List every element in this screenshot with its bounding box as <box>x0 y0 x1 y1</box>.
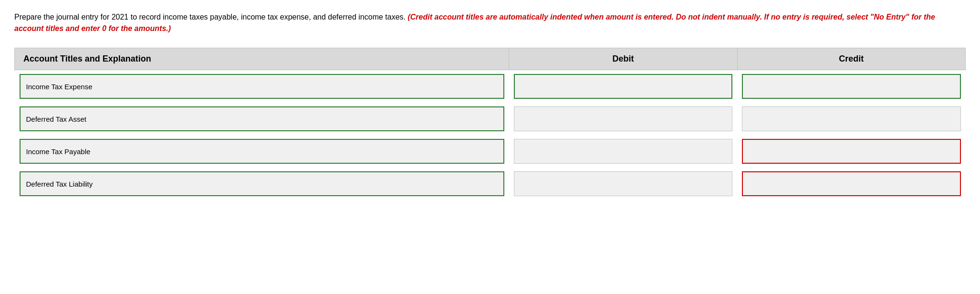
credit-cell-4 <box>737 168 965 200</box>
account-cell-3 <box>15 135 509 168</box>
table-header-row: Account Titles and Explanation Debit Cre… <box>15 48 966 70</box>
column-header-credit: Credit <box>737 48 965 70</box>
debit-input-3[interactable] <box>514 139 732 164</box>
credit-cell-3 <box>737 135 965 168</box>
account-cell-2 <box>15 103 509 135</box>
debit-cell-1 <box>509 70 737 103</box>
instructions-block: Prepare the journal entry for 2021 to re… <box>14 11 966 34</box>
debit-input-2[interactable] <box>514 106 732 131</box>
debit-input-4[interactable] <box>514 171 732 196</box>
column-header-account: Account Titles and Explanation <box>15 48 509 70</box>
credit-input-4[interactable] <box>742 171 960 196</box>
debit-cell-4 <box>509 168 737 200</box>
credit-input-2[interactable] <box>742 106 960 131</box>
credit-cell-2 <box>737 103 965 135</box>
debit-cell-3 <box>509 135 737 168</box>
credit-cell-1 <box>737 70 965 103</box>
account-cell-4 <box>15 168 509 200</box>
journal-entry-table: Account Titles and Explanation Debit Cre… <box>14 48 966 200</box>
debit-cell-2 <box>509 103 737 135</box>
table-row <box>15 103 966 135</box>
credit-input-1[interactable] <box>742 74 960 99</box>
account-cell-1 <box>15 70 509 103</box>
credit-input-3[interactable] <box>742 139 960 164</box>
table-row <box>15 70 966 103</box>
main-instruction-text: Prepare the journal entry for 2021 to re… <box>14 13 406 21</box>
account-input-4[interactable] <box>20 171 504 196</box>
column-header-debit: Debit <box>509 48 737 70</box>
table-row <box>15 135 966 168</box>
account-input-3[interactable] <box>20 139 504 164</box>
debit-input-1[interactable] <box>514 74 732 99</box>
table-row <box>15 168 966 200</box>
account-input-2[interactable] <box>20 106 504 131</box>
account-input-1[interactable] <box>20 74 504 99</box>
